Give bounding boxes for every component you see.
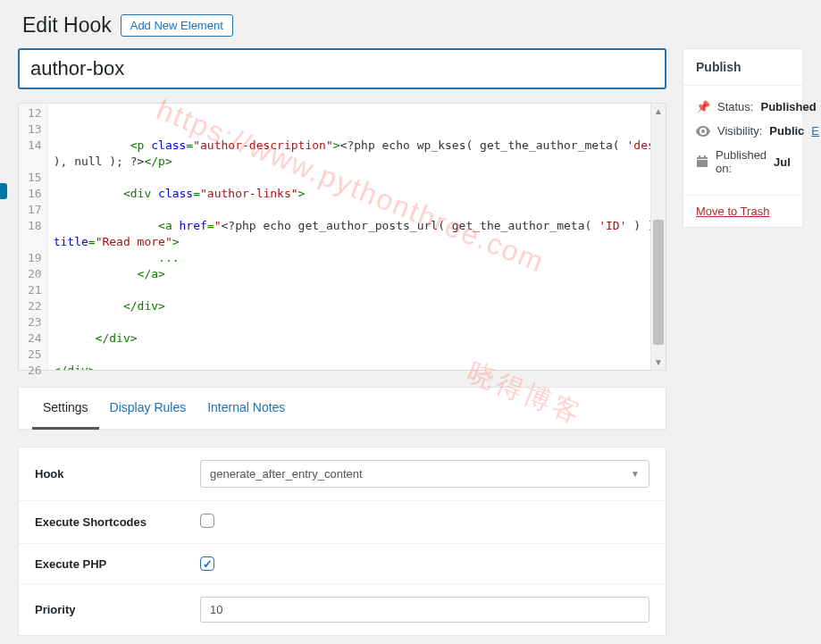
visibility-value: Public (769, 124, 804, 138)
page-title: Edit Hook (22, 13, 112, 38)
code-editor[interactable]: 121314 15161718 1920212223242526 <p clas… (18, 103, 666, 371)
page-header: Edit Hook Add New Element (18, 0, 803, 48)
hook-row: Hook generate_after_entry_content ▼ (19, 447, 666, 501)
element-title-input[interactable] (18, 48, 666, 89)
execute-php-checkbox[interactable] (200, 556, 214, 571)
code-content[interactable]: <p class="author-description"><?php echo… (48, 104, 666, 370)
scroll-thumb[interactable] (653, 220, 664, 345)
editor-scrollbar[interactable]: ▲ ▼ (650, 104, 666, 370)
published-on-row: Published on: Jul (696, 143, 790, 180)
admin-menu-indicator (0, 183, 7, 199)
move-to-trash-link[interactable]: Move to Trash (683, 195, 802, 227)
hook-select-value: generate_after_entry_content (210, 467, 363, 481)
status-row: 📌 Status: Published (696, 95, 790, 119)
add-new-element-button[interactable]: Add New Element (121, 14, 233, 37)
status-label: Status: (717, 100, 753, 113)
priority-label: Priority (35, 603, 182, 616)
execute-shortcodes-label: Execute Shortcodes (35, 515, 182, 529)
execute-php-row: Execute PHP (19, 544, 666, 584)
hook-label: Hook (35, 467, 182, 481)
chevron-down-icon: ▼ (631, 469, 640, 479)
execute-shortcodes-row: Execute Shortcodes (19, 501, 666, 544)
pin-icon: 📌 (696, 100, 710, 113)
tab-display-rules[interactable]: Display Rules (99, 388, 197, 430)
eye-icon (696, 126, 710, 137)
settings-panel: Hook generate_after_entry_content ▼ Exec… (18, 447, 666, 636)
hook-select[interactable]: generate_after_entry_content ▼ (200, 460, 649, 488)
visibility-edit-link[interactable]: E (811, 124, 819, 138)
tab-internal-notes[interactable]: Internal Notes (197, 388, 296, 430)
published-value: Jul (774, 155, 791, 169)
priority-input[interactable] (200, 597, 649, 623)
calendar-icon (696, 155, 708, 168)
published-label: Published on: (716, 148, 767, 175)
tabs-panel: Settings Display Rules Internal Notes (18, 387, 666, 431)
tab-settings[interactable]: Settings (32, 388, 99, 430)
priority-row: Priority (19, 584, 666, 635)
line-gutter: 121314 15161718 1920212223242526 (19, 104, 48, 370)
visibility-row: Visibility: Public E (696, 119, 790, 143)
scroll-up-arrow[interactable]: ▲ (651, 104, 666, 119)
publish-title: Publish (683, 49, 802, 86)
publish-box: Publish 📌 Status: Published Visibility: … (683, 48, 803, 228)
status-value: Published (760, 100, 816, 113)
execute-php-label: Execute PHP (35, 557, 182, 571)
execute-shortcodes-checkbox[interactable] (200, 514, 214, 528)
visibility-label: Visibility: (717, 124, 762, 138)
tab-list: Settings Display Rules Internal Notes (19, 388, 666, 430)
scroll-down-arrow[interactable]: ▼ (651, 355, 666, 370)
